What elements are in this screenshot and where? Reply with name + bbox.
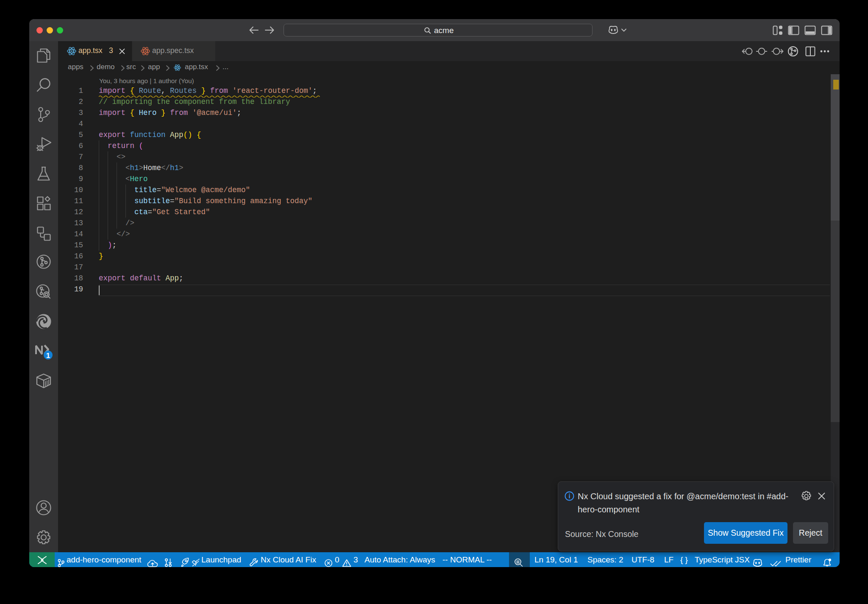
svg-text:1: 1 [46, 352, 50, 360]
